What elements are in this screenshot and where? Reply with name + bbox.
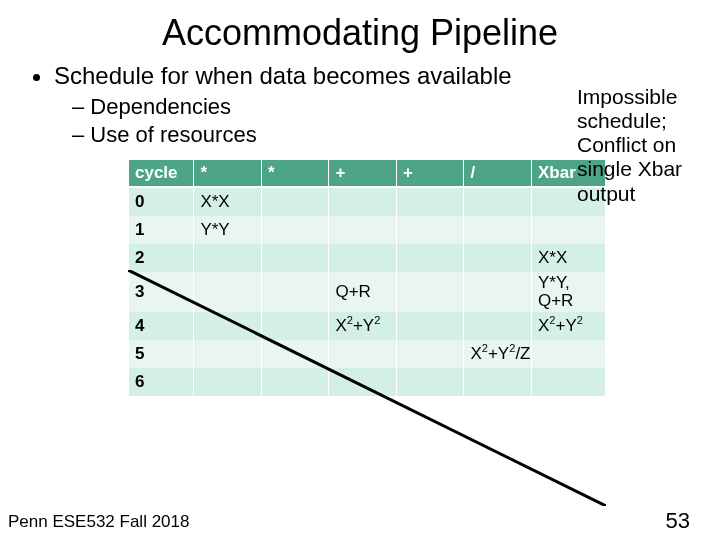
cell-cycle: 1 <box>129 216 193 244</box>
cell-mul1 <box>194 244 261 272</box>
cell-cycle: 5 <box>129 340 193 368</box>
cell-add2 <box>397 188 464 216</box>
col-add2: + <box>397 160 464 188</box>
cell-xbar <box>532 368 605 396</box>
cell-mul1 <box>194 272 261 312</box>
cell-mul1: Y*Y <box>194 216 261 244</box>
cell-mul2 <box>262 216 329 244</box>
cell-cycle: 2 <box>129 244 193 272</box>
cell-add1 <box>329 216 396 244</box>
cell-mul1 <box>194 368 261 396</box>
annotation-text: Impossible schedule; Conflict on single … <box>577 85 712 206</box>
col-mul2: * <box>262 160 329 188</box>
table-header-row: cycle * * + + / Xbar <box>129 160 605 188</box>
col-mul1: * <box>194 160 261 188</box>
cell-mul2 <box>262 368 329 396</box>
table-row: 5X2+Y2/Z <box>129 340 605 368</box>
cell-cycle: 3 <box>129 272 193 312</box>
cell-xbar: X*X <box>532 244 605 272</box>
cell-div <box>464 188 531 216</box>
cell-mul2 <box>262 340 329 368</box>
cell-div: X2+Y2/Z <box>464 340 531 368</box>
cell-xbar <box>532 340 605 368</box>
table-row: 3Q+RY*Y, Q+R <box>129 272 605 312</box>
cell-xbar: Y*Y, Q+R <box>532 272 605 312</box>
cell-add2 <box>397 312 464 340</box>
cell-cycle: 0 <box>129 188 193 216</box>
cell-mul1: X*X <box>194 188 261 216</box>
cell-div <box>464 312 531 340</box>
cell-div <box>464 368 531 396</box>
table-row: 6 <box>129 368 605 396</box>
slide-title: Accommodating Pipeline <box>0 12 720 54</box>
cell-add2 <box>397 272 464 312</box>
cell-add2 <box>397 216 464 244</box>
schedule-table: cycle * * + + / Xbar 0X*X1Y*Y2X*X3Q+RY*Y… <box>128 160 606 396</box>
cell-add1: Q+R <box>329 272 396 312</box>
cell-xbar: X2+Y2 <box>532 312 605 340</box>
cell-add2 <box>397 340 464 368</box>
cell-mul2 <box>262 272 329 312</box>
cell-add1 <box>329 368 396 396</box>
cell-div <box>464 216 531 244</box>
footer-left: Penn ESE532 Fall 2018 <box>8 512 189 532</box>
cell-add1: X2+Y2 <box>329 312 396 340</box>
cell-add1 <box>329 188 396 216</box>
cell-div <box>464 244 531 272</box>
cell-mul1 <box>194 312 261 340</box>
table-body: 0X*X1Y*Y2X*X3Q+RY*Y, Q+R4X2+Y2X2+Y25X2+Y… <box>129 188 605 396</box>
table-row: 2X*X <box>129 244 605 272</box>
cell-mul2 <box>262 312 329 340</box>
cell-add2 <box>397 244 464 272</box>
cell-mul2 <box>262 188 329 216</box>
col-cycle: cycle <box>129 160 193 188</box>
table-row: 0X*X <box>129 188 605 216</box>
cell-add2 <box>397 368 464 396</box>
cell-div <box>464 272 531 312</box>
cell-cycle: 6 <box>129 368 193 396</box>
cell-xbar <box>532 216 605 244</box>
cell-mul1 <box>194 340 261 368</box>
cell-add1 <box>329 244 396 272</box>
table-row: 4X2+Y2X2+Y2 <box>129 312 605 340</box>
table-row: 1Y*Y <box>129 216 605 244</box>
cell-mul2 <box>262 244 329 272</box>
col-div: / <box>464 160 531 188</box>
cell-add1 <box>329 340 396 368</box>
slide-number: 53 <box>666 508 690 534</box>
cell-cycle: 4 <box>129 312 193 340</box>
col-add1: + <box>329 160 396 188</box>
